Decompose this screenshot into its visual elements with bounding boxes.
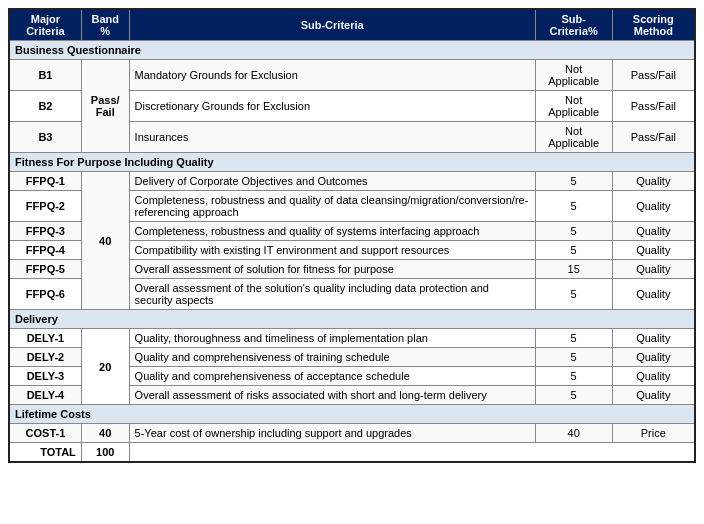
- row-id: FFPQ-5: [9, 260, 81, 279]
- scoring-method: Quality: [612, 172, 695, 191]
- sub-criteria-text: Completeness, robustness and quality of …: [129, 191, 535, 222]
- scoring-method: Price: [612, 424, 695, 443]
- row-id: DELY-2: [9, 348, 81, 367]
- row-id: FFPQ-1: [9, 172, 81, 191]
- col-sub-pct: Sub-Criteria%: [535, 9, 612, 41]
- scoring-method: Pass/Fail: [612, 122, 695, 153]
- sub-criteria-pct: 5: [535, 329, 612, 348]
- scoring-method: Quality: [612, 348, 695, 367]
- section-label: Business Questionnaire: [9, 41, 695, 60]
- section-label: Fitness For Purpose Including Quality: [9, 153, 695, 172]
- total-band: 100: [81, 443, 129, 463]
- band-value: 20: [81, 329, 129, 405]
- scoring-method: Pass/Fail: [612, 91, 695, 122]
- sub-criteria-pct: 5: [535, 241, 612, 260]
- section-label: Lifetime Costs: [9, 405, 695, 424]
- sub-criteria-text: Insurances: [129, 122, 535, 153]
- row-id: B2: [9, 91, 81, 122]
- sub-criteria-text: Quality and comprehensiveness of accepta…: [129, 367, 535, 386]
- sub-criteria-pct: Not Applicable: [535, 60, 612, 91]
- col-scoring: Scoring Method: [612, 9, 695, 41]
- row-id: DELY-3: [9, 367, 81, 386]
- sub-criteria-text: Discretionary Grounds for Exclusion: [129, 91, 535, 122]
- sub-criteria-text: Completeness, robustness and quality of …: [129, 222, 535, 241]
- sub-criteria-pct: 5: [535, 386, 612, 405]
- scoring-method: Quality: [612, 386, 695, 405]
- table-row: B1Pass/ FailMandatory Grounds for Exclus…: [9, 60, 695, 91]
- scoring-method: Pass/Fail: [612, 60, 695, 91]
- sub-criteria-text: Overall assessment of the solution's qua…: [129, 279, 535, 310]
- sub-criteria-text: Quality, thoroughness and timeliness of …: [129, 329, 535, 348]
- col-sub-criteria: Sub-Criteria: [129, 9, 535, 41]
- sub-criteria-text: Overall assessment of risks associated w…: [129, 386, 535, 405]
- table-row: COST-1405-Year cost of ownership includi…: [9, 424, 695, 443]
- section-cost-section: Lifetime Costs: [9, 405, 695, 424]
- total-label: TOTAL: [9, 443, 81, 463]
- total-empty: [129, 443, 695, 463]
- sub-criteria-pct: 5: [535, 348, 612, 367]
- sub-criteria-text: 5-Year cost of ownership including suppo…: [129, 424, 535, 443]
- section-dely-section: Delivery: [9, 310, 695, 329]
- sub-criteria-pct: 5: [535, 222, 612, 241]
- sub-criteria-pct: Not Applicable: [535, 122, 612, 153]
- sub-criteria-text: Quality and comprehensiveness of trainin…: [129, 348, 535, 367]
- scoring-method: Quality: [612, 329, 695, 348]
- sub-criteria-pct: 5: [535, 172, 612, 191]
- row-id: FFPQ-2: [9, 191, 81, 222]
- sub-criteria-text: Compatibility with existing IT environme…: [129, 241, 535, 260]
- sub-criteria-pct: 40: [535, 424, 612, 443]
- scoring-method: Quality: [612, 222, 695, 241]
- row-id: B3: [9, 122, 81, 153]
- scoring-method: Quality: [612, 279, 695, 310]
- sub-criteria-pct: 15: [535, 260, 612, 279]
- row-id: COST-1: [9, 424, 81, 443]
- row-id: DELY-1: [9, 329, 81, 348]
- sub-criteria-pct: 5: [535, 279, 612, 310]
- section-ffpq-section: Fitness For Purpose Including Quality: [9, 153, 695, 172]
- sub-criteria-pct: 5: [535, 367, 612, 386]
- evaluation-criteria-table: Major Criteria Band % Sub-Criteria Sub-C…: [8, 8, 696, 463]
- scoring-method: Quality: [612, 367, 695, 386]
- band-value: 40: [81, 172, 129, 310]
- scoring-method: Quality: [612, 191, 695, 222]
- col-band: Band %: [81, 9, 129, 41]
- section-bq-section: Business Questionnaire: [9, 41, 695, 60]
- band-value: Pass/ Fail: [81, 60, 129, 153]
- sub-criteria-text: Mandatory Grounds for Exclusion: [129, 60, 535, 91]
- table-row: DELY-120Quality, thoroughness and timeli…: [9, 329, 695, 348]
- row-id: B1: [9, 60, 81, 91]
- row-id: DELY-4: [9, 386, 81, 405]
- row-id: FFPQ-3: [9, 222, 81, 241]
- sub-criteria-pct: Not Applicable: [535, 91, 612, 122]
- row-id: FFPQ-6: [9, 279, 81, 310]
- col-major-criteria: Major Criteria: [9, 9, 81, 41]
- row-id: FFPQ-4: [9, 241, 81, 260]
- scoring-method: Quality: [612, 260, 695, 279]
- table-row: FFPQ-140Delivery of Corporate Objectives…: [9, 172, 695, 191]
- band-value: 40: [81, 424, 129, 443]
- sub-criteria-text: Overall assessment of solution for fitne…: [129, 260, 535, 279]
- scoring-method: Quality: [612, 241, 695, 260]
- sub-criteria-pct: 5: [535, 191, 612, 222]
- total-row: TOTAL100: [9, 443, 695, 463]
- sub-criteria-text: Delivery of Corporate Objectives and Out…: [129, 172, 535, 191]
- section-label: Delivery: [9, 310, 695, 329]
